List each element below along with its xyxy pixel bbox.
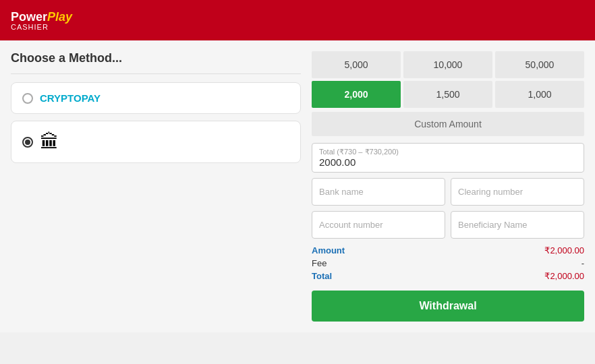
summary-total-label: Total [312,271,332,281]
total-label: Total (₹730 – ₹730,200) [319,148,577,156]
bank-icon: 🏛 [40,131,59,153]
radio-cryptopay[interactable] [22,93,33,104]
main-content: Choose a Method... CRYPTOPAY 🏛 5,000 10,… [0,40,595,332]
total-value: 2000.00 [319,156,577,168]
method-item-cryptopay[interactable]: CRYPTOPAY [11,82,301,114]
summary-fee-label: Fee [312,258,327,268]
bank-name-input[interactable] [312,178,445,206]
summary: Amount ₹2,000.00 Fee - Total ₹2,000.00 [312,245,584,281]
summary-fee-value: - [582,258,584,268]
summary-amount-label: Amount [312,245,345,255]
amount-grid: 5,000 10,000 50,000 2,000 1,500 1,000 [312,51,584,108]
summary-amount-row: Amount ₹2,000.00 [312,245,584,255]
amount-btn-1000[interactable]: 1,000 [495,81,584,108]
amount-btn-50000[interactable]: 50,000 [495,51,584,78]
summary-total-value: ₹2,000.00 [544,271,584,281]
amount-btn-1500[interactable]: 1,500 [403,81,492,108]
summary-total-row: Total ₹2,000.00 [312,271,584,281]
custom-amount-button[interactable]: Custom Amount [312,112,584,136]
beneficiary-name-input[interactable] [451,211,584,239]
withdrawal-button[interactable]: Withdrawal [312,291,584,322]
right-panel: 5,000 10,000 50,000 2,000 1,500 1,000 Cu… [312,51,584,322]
summary-fee-row: Fee - [312,258,584,268]
form-row-1 [312,178,584,206]
clearing-number-input[interactable] [451,178,584,206]
logo: PowerPlay CASHIER [11,10,72,31]
summary-amount-value: ₹2,000.00 [544,245,584,255]
radio-bank[interactable] [22,137,33,148]
account-number-input[interactable] [312,211,445,239]
cryptopay-label: CRYPTOPAY [40,92,101,104]
header: PowerPlay CASHIER [0,0,595,40]
page-title: Choose a Method... [11,51,301,65]
logo-play: Play [47,10,72,24]
logo-text: PowerPlay [11,10,72,24]
total-field: Total (₹730 – ₹730,200) 2000.00 [312,143,584,173]
amount-btn-2000[interactable]: 2,000 [312,81,401,108]
amount-btn-10000[interactable]: 10,000 [403,51,492,78]
form-row-2 [312,211,584,239]
amount-btn-5000[interactable]: 5,000 [312,51,401,78]
method-item-bank[interactable]: 🏛 [11,121,301,163]
left-panel: Choose a Method... CRYPTOPAY 🏛 [11,51,301,322]
divider [11,73,301,74]
